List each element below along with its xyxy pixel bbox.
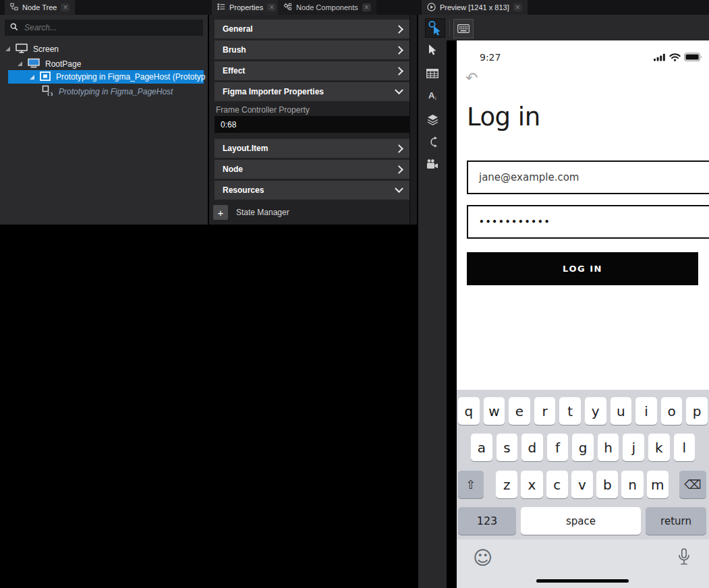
key-m[interactable]: m <box>647 471 669 498</box>
space-key[interactable]: space <box>521 507 641 535</box>
chevron-right-icon <box>395 165 403 174</box>
flow-tool-button[interactable] <box>424 134 441 150</box>
phone-screen: 9:27 ↶ Log in jane@example.com •••••••••… <box>457 40 709 588</box>
tree-item-figma-pagehost[interactable]: Prototyping in Figma_PageHost (Prototyp <box>8 70 204 84</box>
numbers-key[interactable]: 123 <box>458 507 516 535</box>
battery-icon <box>684 53 702 61</box>
close-icon[interactable]: × <box>362 3 371 11</box>
key-w[interactable]: w <box>484 397 505 425</box>
interaction-mode-button[interactable] <box>425 18 445 38</box>
keyboard-icon <box>457 24 470 33</box>
section-label: Resources <box>223 185 264 195</box>
key-v[interactable]: v <box>571 471 593 498</box>
key-t[interactable]: t <box>559 397 581 425</box>
key-i[interactable]: i <box>635 397 657 425</box>
select-tool-button[interactable] <box>424 42 441 58</box>
tab-label: Node Tree <box>22 3 57 11</box>
component-sync-icon <box>42 85 53 98</box>
key-q[interactable]: q <box>458 397 480 425</box>
keyboard-bottom-bar: ☺ <box>457 539 709 588</box>
tree-item-rootpage[interactable]: RootPage <box>18 57 81 70</box>
tab-properties[interactable]: Properties × <box>212 0 281 15</box>
page-title: Log in <box>467 102 540 131</box>
monitor-icon <box>16 43 28 55</box>
state-manager-row: + State Manager <box>213 204 412 221</box>
chevron-down-icon <box>395 86 403 94</box>
tab-node-tree[interactable]: Node Tree × <box>5 0 75 15</box>
tab-label: Node Components <box>296 3 358 11</box>
back-button[interactable]: ↶ <box>465 71 478 86</box>
expander-icon[interactable] <box>5 47 10 51</box>
dictation-key[interactable] <box>678 548 690 570</box>
expander-icon[interactable] <box>30 75 34 80</box>
section-layout-item[interactable]: Layout.Item <box>215 139 410 158</box>
add-state-button[interactable]: + <box>213 205 228 220</box>
tab-preview[interactable]: Preview [1241 x 813] × <box>422 0 528 15</box>
frame-controller-input[interactable]: 0:68 <box>215 116 410 133</box>
section-label: Brush <box>223 45 246 55</box>
section-figma-importer[interactable]: Figma Importer Properties <box>215 82 410 101</box>
status-bar-icons <box>654 53 702 61</box>
key-b[interactable]: b <box>596 471 618 498</box>
keyboard-mode-button[interactable] <box>453 19 474 38</box>
key-p[interactable]: p <box>686 397 708 425</box>
key-k[interactable]: k <box>648 434 670 461</box>
section-label: Layout.Item <box>223 144 268 153</box>
shift-key[interactable]: ⇧ <box>458 471 484 498</box>
key-c[interactable]: c <box>546 471 568 498</box>
expander-icon[interactable] <box>18 61 22 66</box>
section-node[interactable]: Node <box>215 160 410 179</box>
key-f[interactable]: f <box>547 434 569 461</box>
backspace-key[interactable]: ⌫ <box>679 471 706 498</box>
layers-tool-button[interactable] <box>424 111 441 127</box>
key-x[interactable]: x <box>521 471 542 498</box>
keyboard-row-2: asdfghjkl <box>471 434 695 461</box>
tree-item-screen[interactable]: Screen <box>5 42 59 55</box>
email-field[interactable]: jane@example.com <box>467 160 709 194</box>
search-input[interactable] <box>23 22 198 33</box>
search-box[interactable] <box>5 20 203 36</box>
chevron-right-icon <box>395 67 403 76</box>
key-h[interactable]: h <box>598 434 619 461</box>
on-screen-keyboard: qwertyuiop asdfghjkl ⇧ zxcvbnm ⌫ 123 spa… <box>457 390 709 588</box>
password-value: ••••••••••• <box>479 217 550 227</box>
emoji-key[interactable]: ☺ <box>473 549 492 568</box>
tree-item-label: RootPage <box>45 59 81 69</box>
tab-node-components[interactable]: Node Components × <box>278 0 376 15</box>
properties-scrollbar[interactable] <box>409 15 417 225</box>
tree-item-figma-component[interactable]: Prototyping in Figma_PageHost <box>42 85 173 98</box>
key-o[interactable]: o <box>661 397 683 425</box>
home-indicator[interactable] <box>536 579 629 583</box>
key-j[interactable]: j <box>623 434 644 461</box>
login-button[interactable]: LOG IN <box>467 252 698 285</box>
layers-icon <box>427 114 438 125</box>
tab-label: Preview [1241 x 813] <box>440 3 509 11</box>
key-s[interactable]: s <box>497 434 518 461</box>
key-n[interactable]: n <box>621 471 643 498</box>
section-general[interactable]: General <box>215 20 410 38</box>
key-r[interactable]: r <box>534 397 556 425</box>
key-l[interactable]: l <box>674 434 696 461</box>
text-tool-button[interactable]: A↓ <box>424 88 441 104</box>
key-e[interactable]: e <box>509 397 530 425</box>
text-tool-icon: A↓ <box>428 90 436 101</box>
video-camera-icon <box>426 159 438 169</box>
section-brush[interactable]: Brush <box>215 40 410 59</box>
key-z[interactable]: z <box>496 471 517 498</box>
key-u[interactable]: u <box>611 397 632 425</box>
return-key[interactable]: return <box>646 507 706 535</box>
section-effect[interactable]: Effect <box>215 61 410 80</box>
key-y[interactable]: y <box>585 397 606 425</box>
record-tool-button[interactable] <box>424 156 441 172</box>
key-d[interactable]: d <box>521 434 543 461</box>
key-a[interactable]: a <box>471 434 492 461</box>
close-icon[interactable]: × <box>61 3 69 11</box>
password-field[interactable]: ••••••••••• <box>467 205 709 239</box>
section-resources[interactable]: Resources <box>215 181 410 200</box>
play-icon <box>427 3 436 13</box>
wifi-icon <box>669 53 681 61</box>
close-icon[interactable]: × <box>267 3 276 11</box>
table-tool-button[interactable] <box>424 65 441 82</box>
key-g[interactable]: g <box>572 434 594 461</box>
close-icon[interactable]: × <box>513 3 522 11</box>
